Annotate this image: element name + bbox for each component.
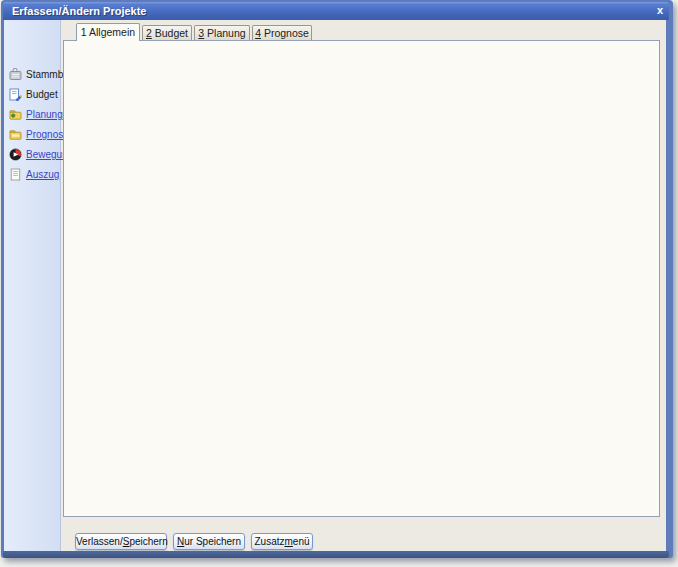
tab-allgemein[interactable]: 1 Allgemein (76, 23, 140, 41)
sidebar-item-planung[interactable]: Planung (9, 107, 60, 122)
sidebar-item-prognose[interactable]: Prognose (9, 127, 60, 142)
tab-label: Budget (152, 27, 188, 39)
sidebar-item-auszug[interactable]: Auszug (9, 167, 60, 182)
titlebar[interactable]: Erfassen/Ändern Projekte (3, 2, 669, 20)
tab-label: Allgemein (87, 26, 135, 38)
sidebar-item-label: Budget (26, 89, 58, 100)
card-index-icon (9, 68, 22, 81)
tab-label: Prognose (261, 27, 309, 39)
button-label: peichern (129, 536, 167, 547)
screen: Erfassen/Ändern Projekte x Stammblatt Bu… (0, 0, 678, 567)
tab-prognose[interactable]: 4 Prognose (252, 25, 312, 41)
button-label: Zusatz (254, 536, 284, 547)
button-label: Verlassen/ (76, 536, 123, 547)
sidebar-item-budget[interactable]: Budget (9, 87, 60, 102)
tab-panel (63, 40, 660, 517)
button-accel: m (284, 536, 292, 547)
button-label: ur Speichern (184, 536, 241, 547)
window-bottom-border (3, 551, 669, 558)
document-icon (9, 168, 22, 181)
sidebar-item-stammblatt[interactable]: Stammblatt (9, 67, 60, 82)
sidebar: Stammblatt Budget Planung Prognose Beweg… (4, 20, 61, 551)
sidebar-item-label: Planung (26, 109, 63, 120)
folder-icon (9, 108, 22, 121)
tab-label: Planung (204, 27, 245, 39)
sidebar-item-label: Auszug (26, 169, 59, 180)
verlassen-speichern-button[interactable]: Verlassen/Speichern (75, 533, 167, 550)
window-title: Erfassen/Ändern Projekte (12, 5, 147, 17)
nur-speichern-button[interactable]: Nur Speichern (173, 533, 245, 550)
button-label: enü (293, 536, 310, 547)
form-pencil-icon (9, 88, 22, 101)
zusatzmenue-button[interactable]: Zusatzmenü (251, 533, 313, 550)
folder-open-icon (9, 128, 22, 141)
close-icon[interactable]: x (652, 3, 668, 18)
sidebar-item-bewegung[interactable]: Bewegung (9, 147, 60, 162)
tab-budget[interactable]: 2 Budget (142, 25, 192, 41)
chart-disc-icon (9, 148, 22, 161)
tab-planung[interactable]: 3 Planung (194, 25, 250, 41)
